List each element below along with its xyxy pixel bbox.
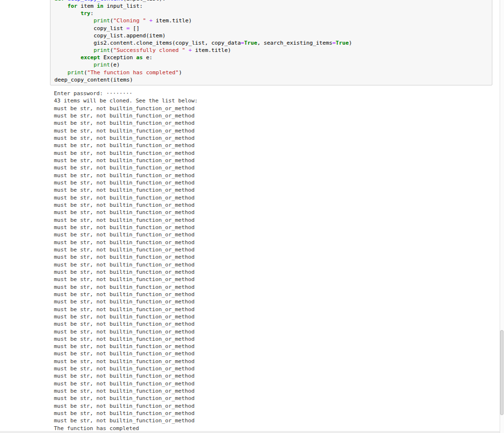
scrollbar-thumb[interactable] (500, 330, 504, 415)
cell-output-text: Enter password: ········ 43 items will b… (54, 90, 198, 432)
code-editor[interactable]: def deep_copy_content(input_list): for i… (54, 0, 488, 83)
vertical-scrollbar[interactable] (500, 0, 504, 433)
next-cell-divider (0, 431, 504, 433)
code-cell[interactable]: def deep_copy_content(input_list): for i… (50, 0, 492, 85)
